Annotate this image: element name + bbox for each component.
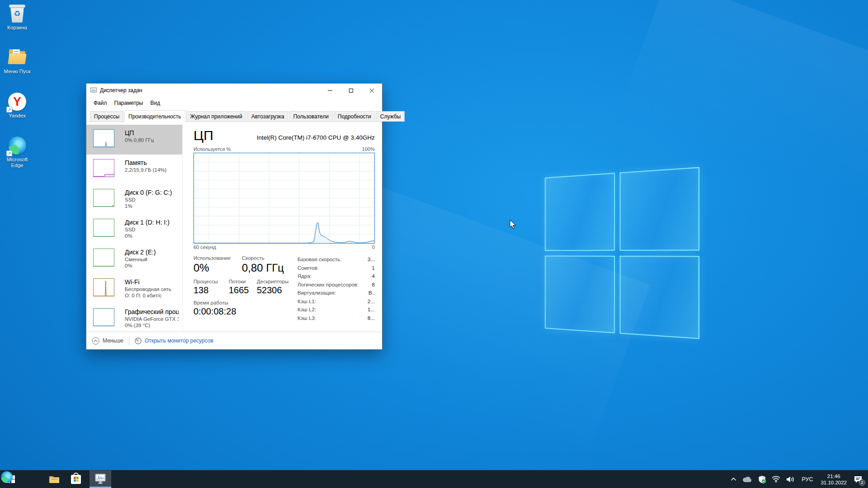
- speed-label: Скорость: [242, 255, 284, 261]
- desktop-icon-start-menu-folder[interactable]: Меню Пуск: [0, 47, 34, 75]
- close-icon: [369, 88, 374, 93]
- disk2-mini-graph: [93, 249, 114, 267]
- detail-value: 1: [372, 264, 375, 272]
- sidebar-item-title: Диск 0 (F: G: C:): [125, 189, 172, 197]
- microsoft-store-icon: [71, 475, 81, 484]
- footer-divider: [129, 337, 129, 345]
- sidebar-item-title: Wi-Fi: [125, 278, 171, 286]
- sidebar-item-sub: Сменный: [125, 256, 156, 263]
- processes-label: Процессы: [193, 279, 229, 284]
- window-title: Диспетчер задач: [100, 87, 142, 94]
- detail-value: 4: [372, 272, 375, 281]
- detail-label: Кэш L3:: [297, 314, 316, 323]
- tray-show-hidden-icons-button[interactable]: [730, 470, 737, 488]
- tray-windows-security-button[interactable]: [757, 470, 767, 488]
- tray-action-center-button[interactable]: 2: [853, 470, 865, 488]
- graph-y-max: 100%: [362, 146, 375, 152]
- sidebar-item-sub: SSD: [125, 226, 170, 233]
- sidebar-item-gpu[interactable]: Графический процессор NVIDIA GeForce GTX…: [86, 304, 182, 332]
- menu-file[interactable]: Файл: [90, 99, 111, 108]
- edge-icon: [1, 471, 13, 483]
- system-tray: РУС 21:46 31.10.2022 2: [730, 470, 868, 488]
- tab-users[interactable]: Пользователи: [289, 111, 333, 122]
- tab-performance[interactable]: Производительность: [124, 110, 185, 122]
- desktop: ♻ Корзина Меню Пуск Y ↗ Yandex ↗ Microso…: [0, 0, 868, 488]
- performance-sidebar: ЦП 0% 0,80 ГГц Память 2,2/15,9 ГБ (14%): [86, 122, 183, 332]
- usage-value: 0%: [193, 262, 242, 274]
- cpu-stats: Использование 0% Скорость 0,80 ГГц Проце…: [193, 255, 297, 322]
- tray-clock[interactable]: 21:46 31.10.2022: [819, 473, 849, 486]
- fewer-details-button[interactable]: Меньше: [92, 337, 123, 345]
- yandex-browser-icon: Y ↗: [7, 92, 27, 112]
- detail-label: Логических процессоров:: [297, 281, 359, 289]
- sidebar-item-sub: Беспроводная сеть: [125, 286, 171, 292]
- fewer-details-label: Меньше: [103, 338, 123, 344]
- sidebar-item-title: Диск 1 (D: H: I:): [125, 219, 170, 226]
- detail-label: Базовая скорость:: [297, 255, 341, 264]
- sidebar-item-memory[interactable]: Память 2,2/15,9 ГБ (14%): [86, 155, 182, 184]
- open-resource-monitor-link[interactable]: Открыть монитор ресурсов: [135, 338, 213, 344]
- desktop-icon-label: Microsoft Edge: [0, 157, 34, 169]
- graph-y-label: Используется %: [193, 146, 231, 152]
- task-manager-window: Диспетчер задач Файл Параметры Вид Проце…: [86, 83, 382, 350]
- windows-logo-pane: [619, 167, 699, 251]
- desktop-icon-yandex[interactable]: Y ↗ Yandex: [0, 92, 34, 119]
- maximize-button[interactable]: [340, 84, 361, 97]
- chevron-up-circle-icon: [92, 337, 99, 345]
- resource-monitor-icon: [135, 338, 142, 344]
- sidebar-item-disk1[interactable]: Диск 1 (D: H: I:) SSD 0%: [86, 214, 182, 244]
- tab-processes[interactable]: Процессы: [90, 111, 123, 122]
- sidebar-item-sub: NVIDIA GeForce GTX 106: [125, 316, 179, 322]
- tab-details[interactable]: Подробности: [334, 111, 375, 122]
- speaker-icon: [786, 476, 795, 483]
- minimize-button[interactable]: [320, 84, 340, 97]
- cpu-details: Базовая скорость:3... Сокетов:1 Ядра:4 Л…: [297, 255, 375, 322]
- sidebar-item-sub: 1%: [125, 203, 172, 209]
- taskbar: РУС 21:46 31.10.2022 2: [0, 470, 868, 488]
- tab-startup[interactable]: Автозагрузка: [247, 111, 288, 122]
- shortcut-arrow-icon: ↗: [6, 107, 12, 113]
- sidebar-item-disk2[interactable]: Диск 2 (E:) Сменный 0%: [86, 244, 182, 274]
- disk1-mini-graph: [93, 219, 114, 237]
- tray-language-indicator[interactable]: РУС: [800, 476, 815, 483]
- taskbar-edge-button[interactable]: [22, 470, 43, 488]
- windows-logo-wallpaper: [545, 167, 699, 339]
- tray-volume-button[interactable]: [785, 470, 796, 488]
- detail-value: 1...: [368, 305, 375, 314]
- taskbar-store-button[interactable]: [65, 470, 87, 488]
- minimize-icon: [328, 90, 332, 91]
- uptime-label: Время работы: [193, 300, 236, 305]
- taskbar-task-manager-button[interactable]: [90, 470, 111, 488]
- graph-x-right: 0: [372, 244, 375, 250]
- tab-app-history[interactable]: Журнал приложений: [186, 111, 246, 122]
- sidebar-item-title: Память: [125, 159, 166, 167]
- tray-date: 31.10.2022: [821, 479, 847, 486]
- uptime-value: 0:00:08:28: [193, 306, 236, 317]
- menu-view[interactable]: Вид: [146, 99, 164, 108]
- sidebar-item-disk0[interactable]: Диск 0 (F: G: C:) SSD 1%: [86, 184, 182, 214]
- detail-value: 2...: [368, 297, 375, 306]
- tab-services[interactable]: Службы: [376, 111, 405, 122]
- wifi-icon: [772, 476, 780, 483]
- menu-options[interactable]: Параметры: [111, 99, 147, 108]
- sidebar-item-sub: О: 0 П: 0 кбит/с: [125, 292, 171, 299]
- sidebar-item-cpu[interactable]: ЦП 0% 0,80 ГГц: [86, 125, 182, 155]
- tray-onedrive-button[interactable]: [741, 470, 753, 488]
- sidebar-item-title: ЦП: [125, 129, 154, 137]
- close-button[interactable]: [361, 84, 382, 97]
- window-titlebar[interactable]: Диспетчер задач: [86, 84, 382, 97]
- taskbar-explorer-button[interactable]: [43, 470, 65, 488]
- sidebar-item-wifi[interactable]: Wi-Fi Беспроводная сеть О: 0 П: 0 кбит/с: [86, 274, 182, 304]
- sidebar-item-sub: 2,2/15,9 ГБ (14%): [125, 167, 166, 173]
- detail-label: Кэш L1:: [297, 297, 316, 306]
- desktop-icon-microsoft-edge[interactable]: ↗ Microsoft Edge: [0, 136, 34, 169]
- edge-icon: ↗: [7, 136, 27, 155]
- handles-value: 52306: [257, 285, 288, 296]
- mouse-cursor: [509, 220, 516, 230]
- detail-label: Виртуализация:: [297, 289, 336, 297]
- processes-value: 138: [193, 285, 229, 296]
- detail-value: 3...: [368, 255, 375, 264]
- desktop-icon-recycle-bin[interactable]: ♻ Корзина: [0, 4, 34, 31]
- tray-network-button[interactable]: [771, 470, 781, 488]
- detail-label: Ядра:: [297, 272, 311, 281]
